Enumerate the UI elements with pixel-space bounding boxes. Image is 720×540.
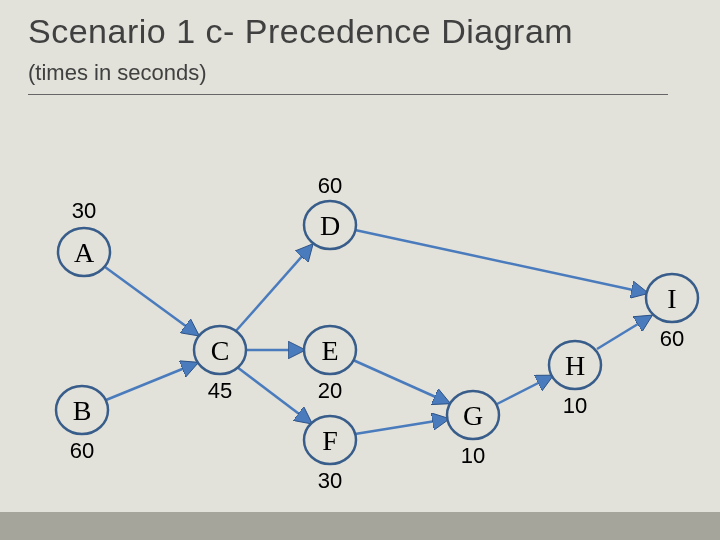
node-H: H 10: [549, 341, 601, 418]
node-I-time: 60: [660, 326, 684, 351]
node-D-time: 60: [318, 173, 342, 198]
edge-H-I: [597, 316, 651, 349]
node-B: B 60: [56, 386, 108, 463]
footer-band: [0, 512, 720, 540]
edge-A-C: [105, 267, 198, 335]
node-E-label: E: [321, 335, 338, 366]
node-I: I 60: [646, 274, 698, 351]
node-F-label: F: [322, 425, 338, 456]
node-A: A 30: [58, 198, 110, 277]
edge-C-F: [237, 367, 311, 423]
node-E: E 20: [304, 326, 356, 403]
node-H-label: H: [565, 350, 585, 381]
edge-B-C: [106, 363, 197, 400]
node-A-label: A: [74, 237, 95, 268]
edge-C-D: [235, 245, 312, 332]
edge-F-G: [355, 419, 448, 434]
node-D: D 60: [304, 173, 356, 250]
node-B-label: B: [73, 395, 92, 426]
node-C-time: 45: [208, 378, 232, 403]
node-C: C 45: [194, 326, 246, 403]
node-G-label: G: [463, 400, 483, 431]
edge-E-G: [353, 360, 449, 403]
node-F: F 30: [304, 416, 356, 493]
node-E-time: 20: [318, 378, 342, 403]
node-G: G 10: [447, 391, 499, 468]
edge-D-I: [355, 230, 647, 293]
node-F-time: 30: [318, 468, 342, 493]
node-C-label: C: [211, 335, 230, 366]
node-H-time: 10: [563, 393, 587, 418]
node-I-label: I: [667, 283, 676, 314]
node-B-time: 60: [70, 438, 94, 463]
node-D-label: D: [320, 210, 340, 241]
node-A-time: 30: [72, 198, 96, 223]
nodes-group: A 30 B 60 C 45 D 60 E 20: [56, 173, 698, 493]
edge-G-H: [497, 376, 552, 404]
precedence-diagram: A 30 B 60 C 45 D 60 E 20: [0, 0, 720, 540]
node-G-time: 10: [461, 443, 485, 468]
